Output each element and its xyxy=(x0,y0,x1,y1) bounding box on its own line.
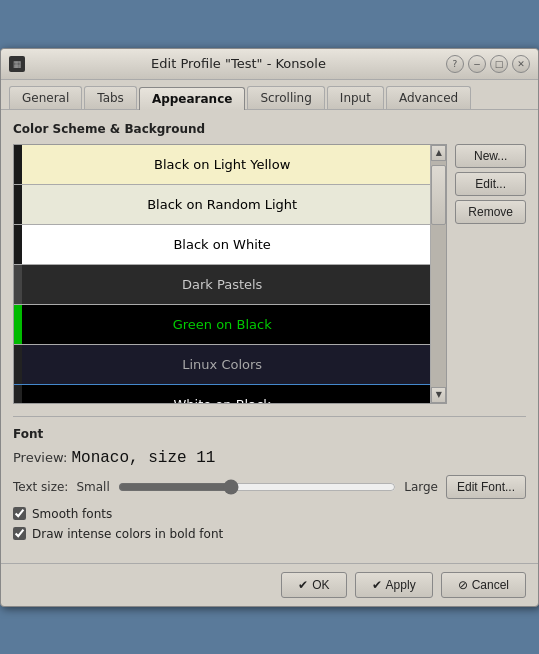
scheme-item-linux-colors[interactable]: Linux Colors xyxy=(14,345,430,385)
tab-tabs[interactable]: Tabs xyxy=(84,86,137,109)
titlebar: ▦ Edit Profile "Test" - Konsole ? − □ ✕ xyxy=(1,49,538,80)
color-scheme-area: Black on Light Yellow Black on Random Li… xyxy=(13,144,526,404)
scheme-action-buttons: New... Edit... Remove xyxy=(455,144,526,404)
scheme-item-green-on-black[interactable]: Green on Black xyxy=(14,305,430,345)
maximize-button[interactable]: □ xyxy=(490,55,508,73)
scheme-list: Black on Light Yellow Black on Random Li… xyxy=(14,145,430,403)
main-window: ▦ Edit Profile "Test" - Konsole ? − □ ✕ … xyxy=(0,48,539,607)
large-label: Large xyxy=(404,480,438,494)
remove-scheme-button[interactable]: Remove xyxy=(455,200,526,224)
ok-button[interactable]: ✔ OK xyxy=(281,572,346,598)
ok-icon: ✔ xyxy=(298,578,308,592)
tab-general[interactable]: General xyxy=(9,86,82,109)
font-size-slider[interactable] xyxy=(118,479,396,495)
scheme-item-black-on-light-yellow[interactable]: Black on Light Yellow xyxy=(14,145,430,185)
font-section: Font Preview: Monaco, size 11 Text size:… xyxy=(13,416,526,541)
scheme-list-inner: Black on Light Yellow Black on Random Li… xyxy=(14,145,430,403)
cancel-icon: ⊘ xyxy=(458,578,468,592)
close-button[interactable]: ✕ xyxy=(512,55,530,73)
apply-label: Apply xyxy=(386,578,416,592)
help-button[interactable]: ? xyxy=(446,55,464,73)
tab-advanced[interactable]: Advanced xyxy=(386,86,471,109)
scroll-track xyxy=(431,161,446,387)
scheme-item-black-on-random-light[interactable]: Black on Random Light xyxy=(14,185,430,225)
text-size-row: Text size: Small Large Edit Font... xyxy=(13,475,526,499)
window-title: Edit Profile "Test" - Konsole xyxy=(31,56,446,71)
scheme-label-borl: Black on Random Light xyxy=(147,197,297,212)
scroll-up-button[interactable]: ▲ xyxy=(431,145,446,161)
text-size-label: Text size: xyxy=(13,480,68,494)
small-label: Small xyxy=(76,480,109,494)
new-scheme-button[interactable]: New... xyxy=(455,144,526,168)
minimize-button[interactable]: − xyxy=(468,55,486,73)
scheme-label-dp: Dark Pastels xyxy=(182,277,262,292)
cancel-button[interactable]: ⊘ Cancel xyxy=(441,572,526,598)
font-size-slider-container xyxy=(118,479,396,495)
scheme-label-lc: Linux Colors xyxy=(182,357,262,372)
apply-icon: ✔ xyxy=(372,578,382,592)
tab-bar: General Tabs Appearance Scrolling Input … xyxy=(1,80,538,110)
smooth-fonts-label: Smooth fonts xyxy=(32,507,112,521)
bottom-button-bar: ✔ OK ✔ Apply ⊘ Cancel xyxy=(1,563,538,606)
ok-label: OK xyxy=(312,578,329,592)
scheme-label-gob: Green on Black xyxy=(173,317,272,332)
scheme-scrollbar: ▲ ▼ xyxy=(430,145,446,403)
window-controls: ? − □ ✕ xyxy=(446,55,530,73)
bold-intense-row: Draw intense colors in bold font xyxy=(13,527,526,541)
bold-intense-label: Draw intense colors in bold font xyxy=(32,527,223,541)
scheme-item-white-on-black[interactable]: White on Black xyxy=(14,385,430,403)
font-preview-row: Preview: Monaco, size 11 xyxy=(13,449,526,467)
app-icon: ▦ xyxy=(9,56,25,72)
color-scheme-title: Color Scheme & Background xyxy=(13,122,526,136)
tab-scrolling[interactable]: Scrolling xyxy=(247,86,324,109)
bold-intense-checkbox[interactable] xyxy=(13,527,26,540)
smooth-fonts-checkbox[interactable] xyxy=(13,507,26,520)
scroll-thumb[interactable] xyxy=(431,165,446,225)
scheme-item-black-on-white[interactable]: Black on White xyxy=(14,225,430,265)
content-area: Color Scheme & Background Black on Light… xyxy=(1,110,538,563)
scheme-label-bow: Black on White xyxy=(173,237,270,252)
scheme-label-boly: Black on Light Yellow xyxy=(154,157,290,172)
smooth-fonts-row: Smooth fonts xyxy=(13,507,526,521)
edit-font-button[interactable]: Edit Font... xyxy=(446,475,526,499)
scroll-down-button[interactable]: ▼ xyxy=(431,387,446,403)
cancel-label: Cancel xyxy=(472,578,509,592)
scheme-list-wrap: Black on Light Yellow Black on Random Li… xyxy=(13,144,447,404)
tab-appearance[interactable]: Appearance xyxy=(139,87,246,110)
tab-input[interactable]: Input xyxy=(327,86,384,109)
font-preview-label: Preview: xyxy=(13,450,67,465)
scheme-item-dark-pastels[interactable]: Dark Pastels xyxy=(14,265,430,305)
font-preview-value: Monaco, size 11 xyxy=(71,449,215,467)
font-section-title: Font xyxy=(13,427,526,441)
edit-scheme-button[interactable]: Edit... xyxy=(455,172,526,196)
scheme-label-wob: White on Black xyxy=(173,397,270,403)
apply-button[interactable]: ✔ Apply xyxy=(355,572,433,598)
